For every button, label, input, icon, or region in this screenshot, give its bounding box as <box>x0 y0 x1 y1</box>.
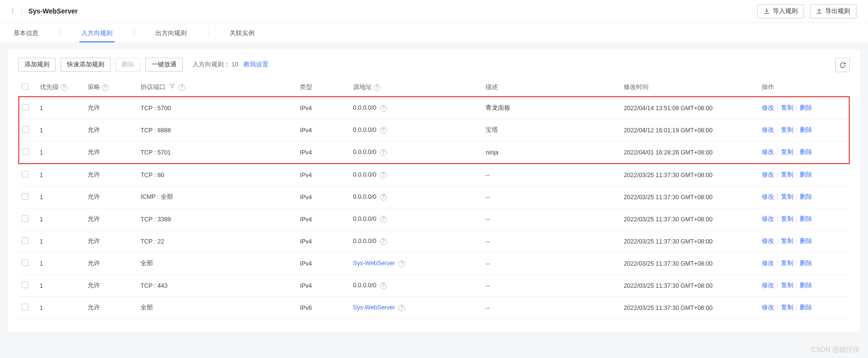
copy-link[interactable]: 复制 <box>781 282 793 289</box>
delete-link[interactable]: 删除 <box>800 104 812 111</box>
cell-policy: 允许 <box>85 141 138 164</box>
help-icon[interactable]: ? <box>61 84 67 91</box>
cell-actions: 修改|复制|删除 <box>759 253 849 275</box>
cell-protocol: TCP : 3389 <box>138 208 297 230</box>
quick-add-button[interactable]: 快速添加规则 <box>61 58 111 72</box>
cell-type: IPv4 <box>297 208 350 230</box>
help-icon[interactable]: ? <box>380 172 387 179</box>
add-rule-label: 添加规则 <box>25 61 50 69</box>
cell-actions: 修改|复制|删除 <box>759 119 849 141</box>
help-icon[interactable]: ? <box>380 216 387 223</box>
copy-link[interactable]: 复制 <box>781 260 793 267</box>
source-link[interactable]: Sys-WebServer <box>353 304 395 311</box>
modify-link[interactable]: 修改 <box>762 104 774 111</box>
cell-time: 2022/04/12 16:01:19 GMT+08:00 <box>621 119 759 141</box>
help-icon[interactable]: ? <box>380 238 387 245</box>
delete-link[interactable]: 删除 <box>800 149 812 155</box>
row-checkbox[interactable] <box>22 193 28 200</box>
help-icon[interactable]: ? <box>380 194 387 201</box>
cell-priority: 1 <box>37 141 85 164</box>
help-link[interactable]: 教我设置 <box>243 61 268 68</box>
row-checkbox[interactable] <box>22 281 28 288</box>
cell-policy: 允许 <box>85 253 138 275</box>
help-icon[interactable]: ? <box>380 149 387 156</box>
copy-link[interactable]: 复制 <box>781 193 793 200</box>
modify-link[interactable]: 修改 <box>762 238 774 244</box>
tab-0[interactable]: 基本信息 <box>12 24 40 42</box>
copy-link[interactable]: 复制 <box>781 216 793 222</box>
delete-link[interactable]: 删除 <box>800 216 812 222</box>
modify-link[interactable]: 修改 <box>762 282 774 289</box>
help-icon[interactable]: ? <box>398 305 405 311</box>
cell-protocol: TCP : 443 <box>138 275 297 297</box>
cell-actions: 修改|复制|删除 <box>759 141 849 164</box>
cell-desc: -- <box>483 186 621 208</box>
copy-link[interactable]: 复制 <box>781 238 793 244</box>
delete-link[interactable]: 删除 <box>800 282 812 289</box>
help-icon[interactable]: ? <box>179 84 185 91</box>
delete-link[interactable]: 删除 <box>800 171 812 178</box>
rule-count: 入方向规则： 10 教我设置 <box>192 61 268 69</box>
back-button[interactable]: 〈 <box>8 7 14 15</box>
modify-link[interactable]: 修改 <box>762 127 774 133</box>
import-rules-button[interactable]: 导入规则 <box>757 4 804 18</box>
copy-link[interactable]: 复制 <box>781 104 793 111</box>
topbar-left: 〈 Sys-WebServer <box>8 7 77 15</box>
import-label: 导入规则 <box>773 7 798 15</box>
refresh-button[interactable] <box>835 58 850 72</box>
copy-link[interactable]: 复制 <box>781 127 793 133</box>
add-rule-button[interactable]: 添加规则 <box>18 58 56 72</box>
delete-link[interactable]: 删除 <box>800 304 812 311</box>
delete-link[interactable]: 删除 <box>800 193 812 200</box>
tab-divider <box>60 29 60 37</box>
cell-desc: -- <box>483 297 621 319</box>
cell-type: IPv4 <box>297 164 350 186</box>
tab-2[interactable]: 出方向规则 <box>153 24 189 42</box>
row-checkbox[interactable] <box>22 104 29 111</box>
delete-link[interactable]: 删除 <box>800 260 812 267</box>
export-rules-button[interactable]: 导出规则 <box>810 4 856 18</box>
copy-link[interactable]: 复制 <box>781 171 793 178</box>
cell-time: 2022/03/25 11:37:30 GMT+08:00 <box>621 230 759 253</box>
row-checkbox[interactable] <box>22 215 28 222</box>
delete-link[interactable]: 删除 <box>800 127 812 133</box>
row-checkbox[interactable] <box>22 148 29 155</box>
tab-divider <box>134 29 134 37</box>
row-checkbox[interactable] <box>22 126 29 133</box>
modify-link[interactable]: 修改 <box>762 216 774 222</box>
refresh-icon <box>839 62 846 69</box>
help-icon[interactable]: ? <box>380 127 387 134</box>
filter-icon[interactable] <box>169 83 175 89</box>
row-checkbox[interactable] <box>22 259 28 266</box>
tab-3[interactable]: 关联实例 <box>228 24 256 42</box>
help-icon[interactable]: ? <box>102 84 109 91</box>
cell-source: 0.0.0.0/0 ? <box>350 208 483 230</box>
help-icon[interactable]: ? <box>374 84 381 91</box>
table-header-row: 优先级? 策略? 协议端口 ? 类型 源地址? 描述 修改时间 操作 <box>19 78 849 97</box>
modify-link[interactable]: 修改 <box>762 171 774 178</box>
col-policy: 策略? <box>85 78 138 97</box>
modify-link[interactable]: 修改 <box>762 149 774 155</box>
modify-link[interactable]: 修改 <box>762 304 774 311</box>
modify-link[interactable]: 修改 <box>762 260 774 267</box>
source-link[interactable]: Sys-WebServer <box>353 260 395 267</box>
import-icon <box>764 8 770 14</box>
delete-link[interactable]: 删除 <box>800 238 812 244</box>
row-checkbox[interactable] <box>22 237 28 244</box>
copy-link[interactable]: 复制 <box>781 149 793 155</box>
tabs: 基本信息入方向规则出方向规则关联实例 <box>0 22 868 42</box>
col-desc: 描述 <box>483 78 621 97</box>
count-value: 10 <box>231 61 238 68</box>
one-click-button[interactable]: 一键放通 <box>145 58 183 72</box>
help-icon[interactable]: ? <box>398 260 405 267</box>
copy-link[interactable]: 复制 <box>781 304 793 311</box>
row-checkbox[interactable] <box>22 304 28 310</box>
help-icon[interactable]: ? <box>380 105 387 112</box>
modify-link[interactable]: 修改 <box>762 193 774 200</box>
help-icon[interactable]: ? <box>380 282 387 289</box>
table-row: 1允许全部IPv6Sys-WebServer ?--2022/03/25 11:… <box>19 297 849 319</box>
select-all-checkbox[interactable] <box>22 83 28 90</box>
tab-1[interactable]: 入方向规则 <box>79 24 115 42</box>
cell-desc: 青龙面板 <box>483 97 621 119</box>
row-checkbox[interactable] <box>22 171 28 178</box>
